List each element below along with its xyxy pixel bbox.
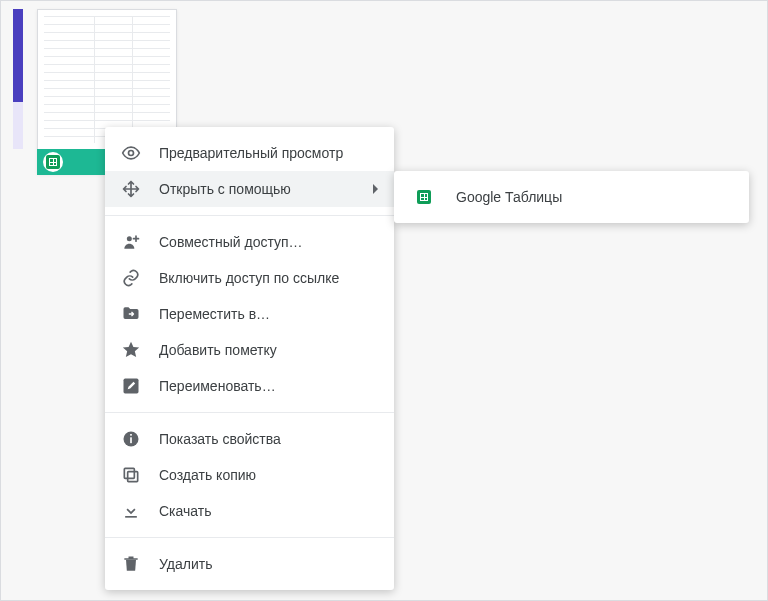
move-arrows-icon bbox=[121, 179, 141, 199]
menu-item-label: Переместить в… bbox=[159, 306, 378, 322]
menu-item-label: Переименовать… bbox=[159, 378, 378, 394]
chevron-right-icon bbox=[373, 184, 378, 194]
menu-divider bbox=[105, 412, 394, 413]
trash-icon bbox=[121, 554, 141, 574]
eye-icon bbox=[121, 143, 141, 163]
folder-arrow-icon bbox=[121, 304, 141, 324]
menu-item-delete[interactable]: Удалить bbox=[105, 546, 394, 582]
menu-item-preview[interactable]: Предварительный просмотр bbox=[105, 135, 394, 171]
scroll-segment-active bbox=[13, 9, 23, 102]
svg-rect-7 bbox=[124, 468, 134, 478]
menu-divider bbox=[105, 537, 394, 538]
menu-item-label: Предварительный просмотр bbox=[159, 145, 378, 161]
menu-item-label: Добавить пометку bbox=[159, 342, 378, 358]
svg-rect-8 bbox=[125, 516, 137, 518]
person-plus-icon bbox=[121, 232, 141, 252]
menu-item-label: Показать свойства bbox=[159, 431, 378, 447]
menu-item-label: Удалить bbox=[159, 556, 378, 572]
submenu-item-label[interactable]: Google Таблицы bbox=[456, 189, 562, 205]
download-icon bbox=[121, 501, 141, 521]
drive-canvas: Предварительный просмотр Открыть с помощ… bbox=[0, 0, 768, 601]
svg-rect-5 bbox=[130, 434, 132, 436]
rename-icon bbox=[121, 376, 141, 396]
context-menu: Предварительный просмотр Открыть с помощ… bbox=[105, 127, 394, 590]
menu-item-get-link[interactable]: Включить доступ по ссылке bbox=[105, 260, 394, 296]
menu-item-label: Включить доступ по ссылке bbox=[159, 270, 378, 286]
menu-item-move-to[interactable]: Переместить в… bbox=[105, 296, 394, 332]
menu-item-label: Скачать bbox=[159, 503, 378, 519]
sheets-icon bbox=[414, 187, 434, 207]
menu-item-label: Открыть с помощью bbox=[159, 181, 365, 197]
copy-icon bbox=[121, 465, 141, 485]
menu-item-label: Совместный доступ… bbox=[159, 234, 378, 250]
menu-item-share[interactable]: Совместный доступ… bbox=[105, 224, 394, 260]
scroll-segment bbox=[13, 102, 23, 149]
menu-divider bbox=[105, 215, 394, 216]
scroll-indicator bbox=[13, 9, 23, 149]
file-type-badge bbox=[43, 152, 63, 172]
thumbnail-preview bbox=[44, 16, 170, 143]
info-icon bbox=[121, 429, 141, 449]
menu-item-open-with[interactable]: Открыть с помощью bbox=[105, 171, 394, 207]
menu-item-label: Создать копию bbox=[159, 467, 378, 483]
open-with-submenu: Google Таблицы bbox=[394, 171, 749, 223]
star-icon bbox=[121, 340, 141, 360]
menu-item-add-star[interactable]: Добавить пометку bbox=[105, 332, 394, 368]
svg-rect-4 bbox=[130, 437, 132, 443]
menu-item-rename[interactable]: Переименовать… bbox=[105, 368, 394, 404]
svg-rect-6 bbox=[128, 472, 138, 482]
svg-point-1 bbox=[127, 236, 132, 241]
link-icon bbox=[121, 268, 141, 288]
sheets-icon bbox=[46, 155, 60, 169]
svg-point-0 bbox=[129, 151, 134, 156]
menu-item-details[interactable]: Показать свойства bbox=[105, 421, 394, 457]
menu-item-download[interactable]: Скачать bbox=[105, 493, 394, 529]
menu-item-make-copy[interactable]: Создать копию bbox=[105, 457, 394, 493]
